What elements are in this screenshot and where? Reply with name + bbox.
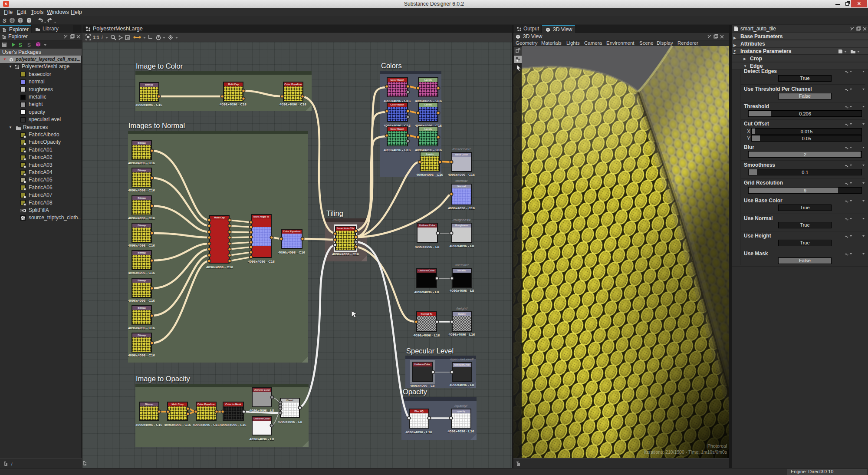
svg-text:Photoreal: Photoreal: [707, 443, 727, 449]
svg-text:Iterations: 210/1500 - Time:: Iterations: 210/1500 - Time: 1m10s/0m0s: [644, 449, 727, 455]
svg-text:1:1: 1:1: [93, 35, 99, 40]
svg-text:i: i: [11, 461, 13, 466]
svg-text:i: i: [102, 35, 103, 40]
